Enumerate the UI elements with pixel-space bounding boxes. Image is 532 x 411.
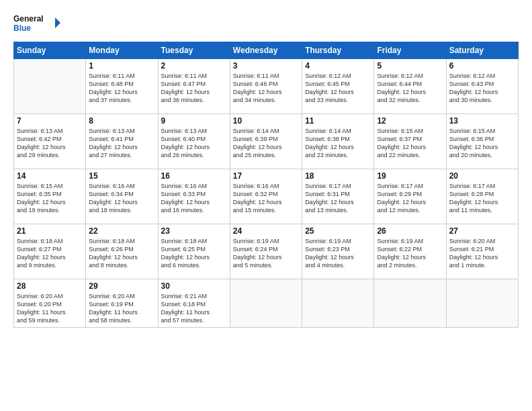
day-number: 22 <box>89 226 154 236</box>
day-info: Sunrise: 6:20 AM Sunset: 6:20 PM Dayligh… <box>17 292 83 325</box>
day-number: 24 <box>233 226 299 236</box>
day-number: 30 <box>161 281 227 291</box>
day-info: Sunrise: 6:16 AM Sunset: 6:33 PM Dayligh… <box>161 182 227 215</box>
weekday-header: Wednesday <box>230 42 302 59</box>
calendar-cell: 28Sunrise: 6:20 AM Sunset: 6:20 PM Dayli… <box>14 279 86 328</box>
calendar-cell: 19Sunrise: 6:17 AM Sunset: 6:29 PM Dayli… <box>374 169 446 224</box>
calendar-cell: 23Sunrise: 6:18 AM Sunset: 6:25 PM Dayli… <box>158 224 230 279</box>
day-number: 2 <box>161 61 227 71</box>
day-info: Sunrise: 6:21 AM Sunset: 6:18 PM Dayligh… <box>161 292 227 325</box>
page: General Blue SundayMondayTuesdayWednesda… <box>0 0 532 411</box>
svg-text:Blue: Blue <box>13 24 31 33</box>
day-number: 11 <box>305 116 371 126</box>
day-info: Sunrise: 6:13 AM Sunset: 6:40 PM Dayligh… <box>161 127 227 160</box>
day-number: 16 <box>161 171 227 181</box>
day-info: Sunrise: 6:14 AM Sunset: 6:38 PM Dayligh… <box>305 127 371 160</box>
day-number: 14 <box>17 171 83 181</box>
calendar-table: SundayMondayTuesdayWednesdayThursdayFrid… <box>13 42 519 328</box>
calendar-cell: 5Sunrise: 6:12 AM Sunset: 6:44 PM Daylig… <box>374 59 446 114</box>
calendar-cell <box>374 279 446 328</box>
calendar-cell: 14Sunrise: 6:15 AM Sunset: 6:35 PM Dayli… <box>14 169 86 224</box>
day-info: Sunrise: 6:17 AM Sunset: 6:29 PM Dayligh… <box>377 182 443 215</box>
day-info: Sunrise: 6:18 AM Sunset: 6:26 PM Dayligh… <box>89 237 154 270</box>
logo: General Blue <box>13 12 60 36</box>
weekday-header: Monday <box>86 42 158 59</box>
day-info: Sunrise: 6:17 AM Sunset: 6:31 PM Dayligh… <box>305 182 371 215</box>
day-number: 15 <box>89 171 154 181</box>
calendar-cell: 11Sunrise: 6:14 AM Sunset: 6:38 PM Dayli… <box>302 114 374 169</box>
day-number: 18 <box>305 171 371 181</box>
calendar-cell: 27Sunrise: 6:20 AM Sunset: 6:21 PM Dayli… <box>446 224 518 279</box>
day-info: Sunrise: 6:15 AM Sunset: 6:36 PM Dayligh… <box>449 127 515 160</box>
calendar-cell: 30Sunrise: 6:21 AM Sunset: 6:18 PM Dayli… <box>158 279 230 328</box>
day-number: 21 <box>17 226 83 236</box>
day-info: Sunrise: 6:19 AM Sunset: 6:22 PM Dayligh… <box>377 237 443 270</box>
day-number: 10 <box>233 116 299 126</box>
calendar-cell: 18Sunrise: 6:17 AM Sunset: 6:31 PM Dayli… <box>302 169 374 224</box>
calendar-cell <box>230 279 302 328</box>
weekday-header: Friday <box>374 42 446 59</box>
calendar-cell: 9Sunrise: 6:13 AM Sunset: 6:40 PM Daylig… <box>158 114 230 169</box>
calendar-week-row: 1Sunrise: 6:11 AM Sunset: 6:48 PM Daylig… <box>14 59 519 114</box>
day-number: 29 <box>89 281 154 291</box>
header: General Blue <box>13 12 519 36</box>
calendar-cell: 26Sunrise: 6:19 AM Sunset: 6:22 PM Dayli… <box>374 224 446 279</box>
day-number: 25 <box>305 226 371 236</box>
calendar-week-row: 7Sunrise: 6:13 AM Sunset: 6:42 PM Daylig… <box>14 114 519 169</box>
day-info: Sunrise: 6:11 AM Sunset: 6:48 PM Dayligh… <box>89 72 154 105</box>
calendar-cell: 10Sunrise: 6:14 AM Sunset: 6:39 PM Dayli… <box>230 114 302 169</box>
day-info: Sunrise: 6:12 AM Sunset: 6:43 PM Dayligh… <box>449 72 515 105</box>
svg-marker-2 <box>55 17 60 28</box>
calendar-cell: 13Sunrise: 6:15 AM Sunset: 6:36 PM Dayli… <box>446 114 518 169</box>
day-info: Sunrise: 6:20 AM Sunset: 6:21 PM Dayligh… <box>449 237 515 270</box>
calendar-cell: 3Sunrise: 6:11 AM Sunset: 6:46 PM Daylig… <box>230 59 302 114</box>
calendar-cell: 29Sunrise: 6:20 AM Sunset: 6:19 PM Dayli… <box>86 279 158 328</box>
calendar-cell: 25Sunrise: 6:19 AM Sunset: 6:23 PM Dayli… <box>302 224 374 279</box>
calendar-cell <box>446 279 518 328</box>
day-number: 26 <box>377 226 443 236</box>
calendar-cell: 1Sunrise: 6:11 AM Sunset: 6:48 PM Daylig… <box>86 59 158 114</box>
day-number: 3 <box>233 61 299 71</box>
weekday-header: Saturday <box>446 42 518 59</box>
day-number: 20 <box>449 171 515 181</box>
day-info: Sunrise: 6:18 AM Sunset: 6:25 PM Dayligh… <box>161 237 227 270</box>
day-info: Sunrise: 6:19 AM Sunset: 6:23 PM Dayligh… <box>305 237 371 270</box>
logo-svg: General Blue <box>13 12 60 36</box>
day-number: 27 <box>449 226 515 236</box>
calendar-cell: 24Sunrise: 6:19 AM Sunset: 6:24 PM Dayli… <box>230 224 302 279</box>
day-info: Sunrise: 6:16 AM Sunset: 6:32 PM Dayligh… <box>233 182 299 215</box>
day-info: Sunrise: 6:15 AM Sunset: 6:37 PM Dayligh… <box>377 127 443 160</box>
calendar-cell: 16Sunrise: 6:16 AM Sunset: 6:33 PM Dayli… <box>158 169 230 224</box>
calendar-cell <box>302 279 374 328</box>
day-info: Sunrise: 6:13 AM Sunset: 6:41 PM Dayligh… <box>89 127 154 160</box>
calendar-cell: 17Sunrise: 6:16 AM Sunset: 6:32 PM Dayli… <box>230 169 302 224</box>
calendar-cell: 21Sunrise: 6:18 AM Sunset: 6:27 PM Dayli… <box>14 224 86 279</box>
day-info: Sunrise: 6:13 AM Sunset: 6:42 PM Dayligh… <box>17 127 83 160</box>
day-number: 13 <box>449 116 515 126</box>
weekday-header-row: SundayMondayTuesdayWednesdayThursdayFrid… <box>14 42 519 59</box>
day-number: 6 <box>449 61 515 71</box>
calendar-cell: 2Sunrise: 6:11 AM Sunset: 6:47 PM Daylig… <box>158 59 230 114</box>
day-info: Sunrise: 6:19 AM Sunset: 6:24 PM Dayligh… <box>233 237 299 270</box>
day-info: Sunrise: 6:15 AM Sunset: 6:35 PM Dayligh… <box>17 182 83 215</box>
day-number: 12 <box>377 116 443 126</box>
day-number: 4 <box>305 61 371 71</box>
day-number: 7 <box>17 116 83 126</box>
calendar-cell: 8Sunrise: 6:13 AM Sunset: 6:41 PM Daylig… <box>86 114 158 169</box>
calendar-cell <box>14 59 86 114</box>
calendar-cell: 4Sunrise: 6:12 AM Sunset: 6:45 PM Daylig… <box>302 59 374 114</box>
calendar-cell: 7Sunrise: 6:13 AM Sunset: 6:42 PM Daylig… <box>14 114 86 169</box>
calendar-week-row: 14Sunrise: 6:15 AM Sunset: 6:35 PM Dayli… <box>14 169 519 224</box>
day-info: Sunrise: 6:20 AM Sunset: 6:19 PM Dayligh… <box>89 292 154 325</box>
day-number: 19 <box>377 171 443 181</box>
day-info: Sunrise: 6:18 AM Sunset: 6:27 PM Dayligh… <box>17 237 83 270</box>
svg-text:General: General <box>13 14 44 24</box>
calendar-cell: 12Sunrise: 6:15 AM Sunset: 6:37 PM Dayli… <box>374 114 446 169</box>
calendar-week-row: 21Sunrise: 6:18 AM Sunset: 6:27 PM Dayli… <box>14 224 519 279</box>
day-info: Sunrise: 6:11 AM Sunset: 6:47 PM Dayligh… <box>161 72 227 105</box>
day-info: Sunrise: 6:12 AM Sunset: 6:45 PM Dayligh… <box>305 72 371 105</box>
day-info: Sunrise: 6:17 AM Sunset: 6:28 PM Dayligh… <box>449 182 515 215</box>
weekday-header: Sunday <box>14 42 86 59</box>
calendar-cell: 15Sunrise: 6:16 AM Sunset: 6:34 PM Dayli… <box>86 169 158 224</box>
weekday-header: Tuesday <box>158 42 230 59</box>
